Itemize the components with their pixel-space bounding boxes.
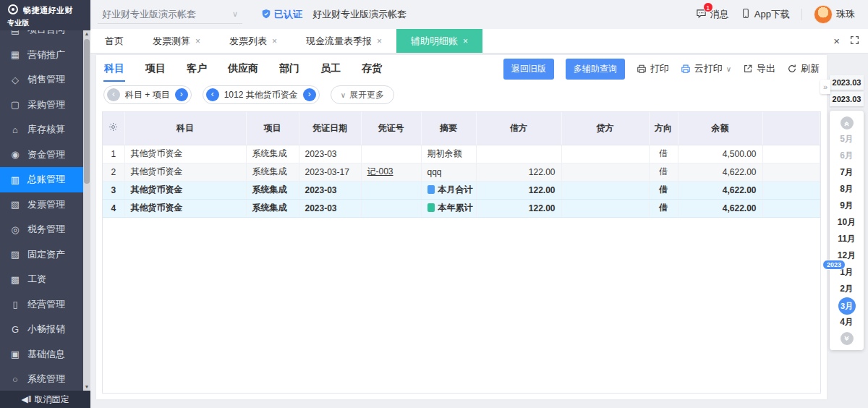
sidebar-item-label: 销售管理 xyxy=(27,73,65,86)
sidebar-item-fixed-asset[interactable]: ▨固定资产 xyxy=(0,242,83,268)
month-list: 5月6月7月8月9月10月11月12月1月2月3月4月 xyxy=(830,131,864,331)
multi-aux-query-button[interactable]: 多辅助查询 xyxy=(566,59,625,80)
sidebar-item-invoice[interactable]: ▧发票管理 xyxy=(0,192,83,218)
export-button[interactable]: 导出 xyxy=(743,62,775,75)
next-chevron-icon[interactable]: › xyxy=(175,88,188,101)
chevron-down-icon: ∨ xyxy=(341,91,346,99)
scroll-up-icon[interactable]: ▲ xyxy=(83,30,90,38)
unpin-sidebar-button[interactable]: ◀‖ 取消固定 xyxy=(0,391,90,408)
row-number: 2 xyxy=(103,163,124,181)
account-name: 好业财专业版演示帐套 xyxy=(312,8,407,21)
table-row[interactable]: 2其他货币资金系统集成2023-03-17记-003qqq122.00借4,62… xyxy=(103,163,820,181)
month-3月[interactable]: 3月 xyxy=(830,297,864,314)
collapse-panel-button[interactable]: » xyxy=(820,80,830,94)
refresh-button[interactable]: 刷新 xyxy=(787,62,820,75)
sidebar-item-basic-info[interactable]: ▣基础信息 xyxy=(0,342,83,367)
sidebar-item-sales[interactable]: ◇销售管理 xyxy=(0,67,83,93)
sidebar-item-marketing[interactable]: ▦营销推广 xyxy=(0,43,83,68)
user-menu[interactable]: 珠珠 xyxy=(814,5,855,24)
close-tab-icon[interactable]: × xyxy=(195,36,200,46)
fullscreen-icon[interactable] xyxy=(850,35,859,46)
tab-发票测算[interactable]: 发票测算× xyxy=(138,29,215,53)
tab-辅助明细账[interactable]: 辅助明细账× xyxy=(396,29,482,53)
scrollbar-thumb[interactable] xyxy=(84,39,90,184)
month-10月[interactable]: 10月 xyxy=(830,214,864,231)
column-settings-button[interactable] xyxy=(103,112,124,145)
account-set-select[interactable]: 好业财专业版演示帐套 ∨ xyxy=(98,5,242,24)
voucher-link[interactable]: 记-003 xyxy=(367,166,393,177)
table-row[interactable]: 3其他货币资金系统集成2023-03本月合计122.00借4,622.00 xyxy=(103,181,820,199)
sidebar-item-reimburse[interactable]: G小畅报销 xyxy=(0,317,83,342)
next-chevron-icon[interactable]: › xyxy=(303,88,316,101)
subtab-员工[interactable]: 员工 xyxy=(320,56,341,82)
subtab-科目[interactable]: 科目 xyxy=(103,56,125,82)
tab-发票列表[interactable]: 发票列表× xyxy=(215,29,292,53)
month-8月[interactable]: 8月 xyxy=(830,181,864,197)
subtab-供应商[interactable]: 供应商 xyxy=(227,56,259,82)
brand-logo-icon xyxy=(7,4,19,17)
months-scroll-up-button[interactable] xyxy=(841,116,854,129)
sidebar-item-purchase[interactable]: ▢采购管理 xyxy=(0,93,83,118)
month-4月[interactable]: 4月 xyxy=(830,314,864,331)
prev-chevron-icon[interactable]: ‹ xyxy=(206,88,219,101)
column-header: 凭证号 xyxy=(361,112,421,145)
sidebar-item-salary[interactable]: ▩工资 xyxy=(0,267,83,292)
invoice-icon: ▧ xyxy=(9,199,21,210)
expand-more-button[interactable]: ∨ 展开更多 xyxy=(331,85,394,104)
prev-chevron-icon[interactable]: ‹ xyxy=(107,88,120,101)
subtab-项目[interactable]: 项目 xyxy=(145,56,166,82)
sidebar-scrollbar[interactable]: ▲ ▼ xyxy=(83,30,90,391)
sidebar: 畅捷通好业财 专业版 ▤项目合同▦营销推广◇销售管理▢采购管理⌂库存核算◉资金管… xyxy=(0,0,90,408)
subtab-客户[interactable]: 客户 xyxy=(186,56,208,82)
cell-summary: 本月合计 xyxy=(421,181,476,199)
avatar xyxy=(814,5,833,24)
business-icon: ▯ xyxy=(9,299,21,310)
subtab-部门[interactable]: 部门 xyxy=(278,56,300,82)
tab-首页[interactable]: 首页 xyxy=(90,29,138,53)
close-tab-icon[interactable]: × xyxy=(272,36,277,46)
sidebar-item-tax[interactable]: ◎税务管理 xyxy=(0,217,83,242)
cell-voucher-date: 2023-03 xyxy=(299,145,361,163)
back-to-old-version-button[interactable]: 退回旧版 xyxy=(503,59,554,80)
period-to[interactable]: 2023.03 xyxy=(830,92,864,106)
print-button[interactable]: 打印 xyxy=(637,62,669,75)
column-header: 方向 xyxy=(649,112,678,145)
sales-icon: ◇ xyxy=(9,75,21,85)
row-number: 1 xyxy=(103,145,124,163)
summary-text: 期初余额 xyxy=(427,148,462,158)
sidebar-item-contract[interactable]: ▤项目合同 xyxy=(0,30,83,43)
table-row[interactable]: 1其他货币资金系统集成2023-03期初余额借4,500.00 xyxy=(103,145,820,163)
sidebar-item-ledger[interactable]: ▥总账管理 xyxy=(0,167,83,192)
summary-text: 本年累计 xyxy=(438,203,473,213)
month-11月[interactable]: 11月 xyxy=(830,231,864,247)
tab-现金流量表季报[interactable]: 现金流量表季报× xyxy=(292,29,396,53)
sidebar-item-label: 采购管理 xyxy=(27,98,65,111)
sidebar-item-business[interactable]: ▯经营管理 xyxy=(0,292,83,318)
shield-icon xyxy=(261,9,271,21)
month-2月[interactable]: 2月 xyxy=(830,281,864,297)
messages-button[interactable]: 消息 1 xyxy=(696,8,729,21)
close-tab-icon[interactable]: × xyxy=(463,36,468,46)
sidebar-item-system[interactable]: ○系统管理 xyxy=(0,367,83,391)
cell-credit xyxy=(561,145,649,163)
close-all-tabs-icon[interactable]: × xyxy=(833,35,840,46)
app-download-button[interactable]: App下载 xyxy=(741,8,790,21)
month-9月[interactable]: 9月 xyxy=(830,197,864,214)
months-scroll-down-button[interactable] xyxy=(841,332,854,345)
funds-icon: ◉ xyxy=(9,149,21,160)
tabbar: 首页发票测算×发票列表×现金流量表季报×辅助明细账× × xyxy=(90,29,868,54)
period-from[interactable]: 2023.03 xyxy=(830,75,864,90)
scroll-down-icon[interactable]: ▼ xyxy=(83,383,90,391)
subtab-存货[interactable]: 存货 xyxy=(361,56,383,82)
cloud-print-button[interactable]: 云打印 ∨ xyxy=(681,62,731,75)
sidebar-item-funds[interactable]: ◉资金管理 xyxy=(0,143,83,168)
edition-label: 专业版 xyxy=(7,18,90,28)
account-filter[interactable]: ‹ 1012 其他货币资金 › xyxy=(203,85,320,104)
month-total-icon xyxy=(427,185,435,194)
dimension-filter[interactable]: ‹ 科目 + 项目 › xyxy=(103,85,192,104)
sidebar-item-inventory[interactable]: ⌂库存核算 xyxy=(0,117,83,143)
refresh-icon xyxy=(787,64,797,74)
month-7月[interactable]: 7月 xyxy=(830,164,864,181)
close-tab-icon[interactable]: × xyxy=(377,36,382,46)
table-row[interactable]: 4其他货币资金系统集成2023-03本年累计122.00借4,622.00 xyxy=(103,199,820,217)
